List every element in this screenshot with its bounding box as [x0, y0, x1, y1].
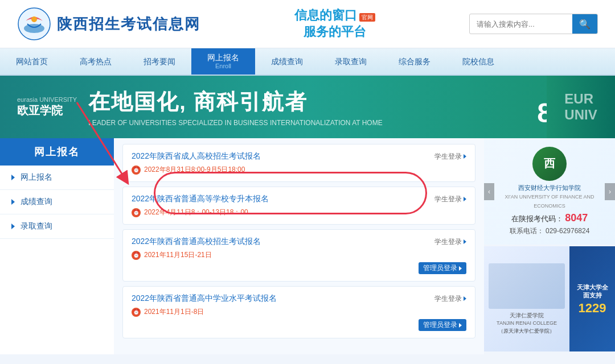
- nav-item-services[interactable]: 综合服务: [383, 48, 446, 75]
- reg-item-1-header: 2022年陕西省成人高校招生考试报名 学生登录: [132, 151, 466, 162]
- arrow-icon: [464, 239, 466, 244]
- logo-area: 陕西招生考试信息网: [17, 7, 200, 41]
- ad-prev-btn[interactable]: ‹: [484, 183, 494, 200]
- sidebar: 网上报名 网上报名 成绩查询 录取查询: [0, 138, 114, 354]
- nav-item-admission[interactable]: 录取查询: [319, 48, 383, 75]
- ad-school-logo: 西: [532, 147, 567, 181]
- main-content: 网上报名 网上报名 成绩查询 录取查询 2022年陕西省成人高校招生考试报名: [0, 138, 615, 354]
- clock-icon: ⏰: [132, 308, 141, 317]
- banner-sub-text: LEADER OF UNIVERSITIES SPECIALIZED IN BU…: [88, 119, 537, 127]
- slogan-line2: 服务的平台: [304, 24, 366, 40]
- ad-code-num-1: 8047: [565, 212, 588, 224]
- clock-icon: ⏰: [132, 251, 141, 260]
- admin-login-btn-4[interactable]: 管理员登录: [419, 319, 466, 331]
- arrow-icon: [11, 175, 15, 180]
- ad2-school-name: 天津仁爱学院 TANJIN RENAI COLLEGE （原天津大学仁爱学院）: [497, 312, 557, 334]
- ad2-right-label: 天津大学全面支持: [574, 283, 610, 300]
- nav-item-enroll[interactable]: 网上报名 Enroll: [191, 48, 255, 75]
- nav-item-gaokao[interactable]: 高考热点: [64, 48, 128, 75]
- arrow-icon: [464, 197, 466, 201]
- arrow-icon: [11, 224, 15, 229]
- ad-next-btn[interactable]: ›: [605, 183, 615, 200]
- slogan-tag: 官网: [359, 13, 375, 22]
- reg-item-4-title: 2022年陕西省普通高中学业水平考试报名: [132, 293, 277, 304]
- reg-item-1-title: 2022年陕西省成人高校招生考试报名: [132, 151, 261, 162]
- sidebar-item-enroll[interactable]: 网上报名: [0, 166, 114, 190]
- reg-item-4-header: 2022年陕西省普通高中学业水平考试报名 学生登录: [132, 293, 466, 304]
- student-login-btn-4[interactable]: 学生登录: [434, 294, 466, 304]
- nav-item-schools[interactable]: 院校信息: [446, 48, 510, 75]
- banner-school-en: eurasia UNIVERSITY: [17, 96, 77, 103]
- slogan-area: 信息的窗口 官网 服务的平台: [200, 7, 469, 40]
- reg-item-1: 2022年陕西省成人高校招生考试报名 学生登录 ⏰ 2022年8月31日8:00…: [122, 144, 475, 182]
- banner-main-text: 在地国化, 商科引航者: [88, 88, 537, 117]
- banner: eurasia UNIVERSITY 欧亚学院 在地国化, 商科引航者 LEAD…: [0, 76, 615, 138]
- arrow-icon: [459, 323, 462, 328]
- logo-icon: [17, 7, 51, 41]
- ad-code-line-1: 在陕报考代码： 8047: [511, 212, 588, 224]
- ad2-right: 天津大学全面支持 1229: [569, 246, 615, 351]
- student-login-btn-2[interactable]: 学生登录: [434, 195, 466, 204]
- banner-school-name: 欧亚学院: [17, 103, 77, 118]
- reg-item-3-title: 2022年陕西省普通高校招生考试报名: [132, 237, 261, 247]
- reg-item-2-header: 2022年陕西省普通高等学校专升本报名 学生登录: [132, 194, 466, 204]
- reg-item-4: 2022年陕西省普通高中学业水平考试报名 学生登录 ⏰ 2021年11月1日-8…: [122, 286, 475, 338]
- reg-item-3: 2022年陕西省普通高校招生考试报名 学生登录 ⏰ 2021年11月15日-21…: [122, 229, 475, 282]
- search-input[interactable]: [470, 20, 572, 28]
- ad-card-2: 天津仁爱学院 TANJIN RENAI COLLEGE （原天津大学仁爱学院） …: [484, 246, 615, 351]
- reg-item-1-logins: 学生登录: [434, 152, 466, 162]
- arrow-icon: [459, 266, 462, 271]
- reg-item-3-logins: 学生登录: [434, 237, 466, 247]
- clock-icon: ⏰: [132, 166, 141, 175]
- ad2-school-image: [489, 263, 565, 309]
- reg-item-3-header: 2022年陕西省普通高校招生考试报名 学生登录: [132, 237, 466, 247]
- clock-icon: ⏰: [132, 208, 141, 217]
- nav-item-home[interactable]: 网站首页: [0, 48, 64, 75]
- ad-phone-1: 联系电话： 029-62976824: [510, 226, 590, 236]
- ad2-right-code: 1229: [579, 302, 606, 315]
- slogan-line1: 信息的窗口: [294, 7, 357, 24]
- nav-item-news[interactable]: 招考要闻: [128, 48, 191, 75]
- banner-eur-text: EURUNIV: [547, 76, 615, 138]
- reg-item-3-time: ⏰ 2021年11月15日-21日: [132, 250, 466, 260]
- reg-item-2-title: 2022年陕西省普通高等学校专升本报名: [132, 194, 269, 204]
- nav-item-scores[interactable]: 成绩查询: [255, 48, 319, 75]
- search-button[interactable]: 🔍: [572, 14, 597, 34]
- ad-card-1: 西 西安财经大学行知学院 XI'AN UNIVERSITY OF FINANCE…: [484, 138, 615, 246]
- search-area: 🔍: [469, 14, 598, 34]
- main-nav: 网站首页 高考热点 招考要闻 网上报名 Enroll 成绩查询 录取查询 综合服…: [0, 48, 615, 76]
- admin-login-btn-3[interactable]: 管理员登录: [419, 262, 466, 274]
- reg-item-2-time: ⏰ 2022年4月11日8：00-13日18：00: [132, 208, 466, 217]
- ad-school-name-1: 西安财经大学行知学院 XI'AN UNIVERSITY OF FINANCE A…: [490, 184, 609, 210]
- reg-item-4-time: ⏰ 2021年11月1日-8日: [132, 307, 466, 317]
- sidebar-item-scores[interactable]: 成绩查询: [0, 190, 114, 214]
- arrow-icon: [11, 199, 15, 205]
- banner-school-info: eurasia UNIVERSITY 欧亚学院: [17, 96, 77, 118]
- student-login-btn-1[interactable]: 学生登录: [434, 152, 466, 162]
- header: 陕西招生考试信息网 信息的窗口 官网 服务的平台 🔍: [0, 0, 615, 48]
- registration-list: 2022年陕西省成人高校招生考试报名 学生登录 ⏰ 2022年8月31日8:00…: [114, 138, 484, 354]
- svg-point-2: [31, 16, 37, 22]
- svg-point-1: [24, 24, 44, 33]
- banner-center: 在地国化, 商科引航者 LEADER OF UNIVERSITIES SPECI…: [88, 88, 537, 127]
- student-login-btn-3[interactable]: 学生登录: [434, 237, 466, 247]
- ad2-left: 天津仁爱学院 TANJIN RENAI COLLEGE （原天津大学仁爱学院）: [484, 246, 569, 351]
- arrow-icon: [464, 296, 466, 301]
- reg-item-1-time: ⏰ 2022年8月31日8:00-9月5日18:00: [132, 165, 466, 175]
- reg-item-4-logins: 学生登录: [434, 294, 466, 304]
- arrow-icon: [464, 154, 466, 159]
- sidebar-item-admission[interactable]: 录取查询: [0, 214, 114, 239]
- ads-panel: 西 西安财经大学行知学院 XI'AN UNIVERSITY OF FINANCE…: [484, 138, 615, 354]
- reg-item-2-logins: 学生登录: [434, 195, 466, 204]
- site-title: 陕西招生考试信息网: [57, 14, 200, 34]
- sidebar-title: 网上报名: [0, 138, 114, 166]
- reg-item-2: 2022年陕西省普通高等学校专升本报名 学生登录 ⏰ 2022年4月11日8：0…: [122, 187, 475, 225]
